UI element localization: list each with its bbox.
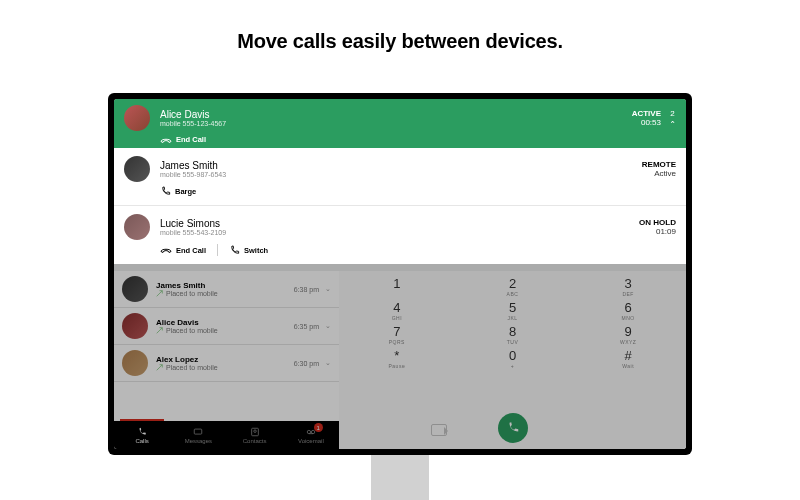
remote-call-row: James Smith mobile 555-987-6543 REMOTE A…	[114, 148, 686, 206]
caller-name: Lucie Simons	[160, 218, 226, 229]
barge-button[interactable]: Barge	[160, 186, 196, 197]
switch-button[interactable]: Switch	[229, 245, 268, 256]
hangup-icon	[160, 136, 172, 144]
screen: James Smith Placed to mobile 6:38 pm ⌄	[114, 99, 686, 449]
monitor-frame: James Smith Placed to mobile 6:38 pm ⌄	[108, 93, 692, 455]
active-call-row: Alice Davis mobile 555-123-4567 ACTIVE 0…	[114, 99, 686, 148]
active-calls-panel: Alice Davis mobile 555-123-4567 ACTIVE 0…	[114, 99, 686, 264]
caller-number: mobile 555-987-6543	[160, 171, 226, 178]
phone-icon	[160, 186, 171, 197]
caller-number: mobile 555-123-4567	[160, 120, 226, 127]
caller-name: James Smith	[160, 160, 226, 171]
hold-call-row: Lucie Simons mobile 555-543-2109 ON HOLD…	[114, 206, 686, 264]
call-substatus: Active	[642, 169, 676, 178]
end-call-button[interactable]: End Call	[160, 246, 206, 255]
call-count-toggle[interactable]: 2 ⌄	[669, 109, 676, 128]
page-tagline: Move calls easily between devices.	[0, 30, 800, 53]
call-status: ACTIVE	[632, 109, 661, 118]
caller-name: Alice Davis	[160, 109, 226, 120]
chevron-up-icon: ⌄	[669, 119, 676, 128]
call-status: ON HOLD	[639, 218, 676, 227]
monitor-stand	[371, 455, 429, 500]
call-status: REMOTE	[642, 160, 676, 169]
hangup-icon	[160, 246, 172, 254]
action-divider	[217, 244, 218, 256]
avatar	[124, 214, 150, 240]
avatar	[124, 105, 150, 131]
phone-icon	[229, 245, 240, 256]
avatar	[124, 156, 150, 182]
end-call-button[interactable]: End Call	[160, 135, 206, 144]
call-timer: 01:09	[639, 227, 676, 236]
caller-number: mobile 555-543-2109	[160, 229, 226, 236]
call-timer: 00:53	[632, 118, 661, 127]
